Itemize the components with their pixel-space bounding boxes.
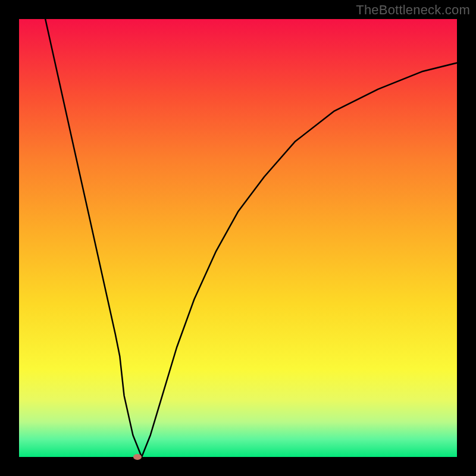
curve-svg [19,19,457,457]
chart-frame: TheBottleneck.com [0,0,476,476]
bottleneck-curve [45,19,457,457]
watermark-text: TheBottleneck.com [356,2,470,18]
minimum-marker-icon [133,454,142,460]
plot-area [19,19,457,457]
